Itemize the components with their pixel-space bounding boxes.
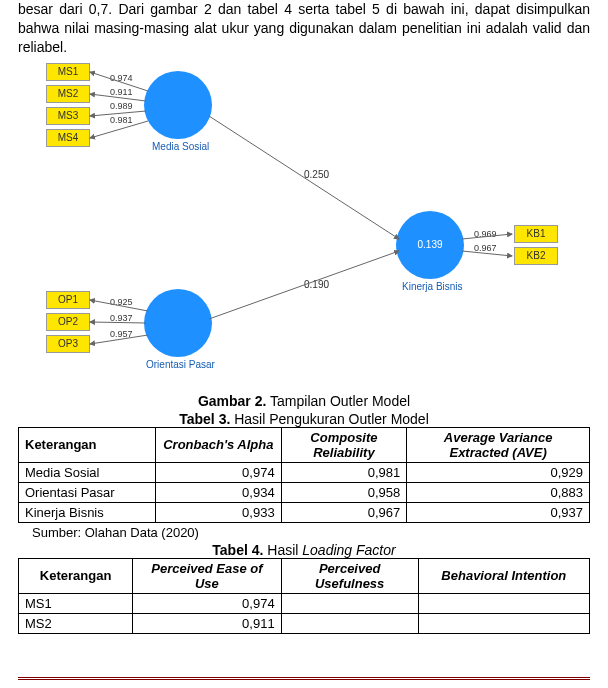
t4-h3: Behavioral Intention [418,558,589,593]
path-ms-kb: 0.250 [304,169,329,180]
caption-tabel3-bold: Tabel 3. [179,411,230,427]
label-orientasi-pasar: Orientasi Pasar [146,359,215,370]
loading-ms2: 0.911 [110,87,133,97]
t3-r2c0: Kinerja Bisnis [19,502,156,522]
t3-r0c1: 0,974 [156,462,282,482]
t4-r0c3 [418,593,589,613]
table-row: Orientasi Pasar 0,934 0,958 0,883 [19,482,590,502]
latent-orientasi-pasar [144,289,212,357]
loading-op1: 0.925 [110,297,133,307]
t3-r2c2: 0,967 [281,502,407,522]
outer-model-diagram: MS1 MS2 MS3 MS4 0.974 0.911 0.989 0.981 … [44,61,564,391]
t4-r0c0: MS1 [19,593,133,613]
t3-r1c3: 0,883 [407,482,590,502]
caption-gambar2-text: Tampilan Outler Model [270,393,410,409]
t3-h0: Keterangan [19,427,156,462]
latent-media-sosial [144,71,212,139]
caption-gambar2: Gambar 2. Tampilan Outler Model [18,393,590,409]
source-text: Sumber: Olahan Data (2020) [18,525,590,540]
loading-op2: 0.937 [110,313,133,323]
t4-h2: Perceived Usefulness [281,558,418,593]
t4-r1c0: MS2 [19,613,133,633]
caption-tabel3: Tabel 3. Hasil Pengukuran Outler Model [18,411,590,427]
t4-h1-i: Perceived Ease of Use [151,561,262,591]
t3-h1-i: Cronbach's Alpha [163,437,273,452]
t3-h1: Cronbach's Alpha [156,427,282,462]
t3-r2c3: 0,937 [407,502,590,522]
table-row: MS1 0,974 [19,593,590,613]
caption-tabel4-text: Hasil Loading Factor [267,542,395,558]
t3-r0c0: Media Sosial [19,462,156,482]
indicator-op1: OP1 [46,291,90,309]
path-op-kb: 0.190 [304,279,329,290]
table-row: MS2 0,911 [19,613,590,633]
t3-h2-i: Composite Reliability [310,430,377,460]
table4: Keterangan Perceived Ease of Use Perceiv… [18,558,590,634]
table-row: Keterangan Cronbach's Alpha Composite Re… [19,427,590,462]
latent-kinerja-bisnis: 0.139 [396,211,464,279]
t3-r1c1: 0,934 [156,482,282,502]
t4-r0c1: 0,974 [133,593,281,613]
footer-rule [18,677,590,680]
caption-tabel4-bold: Tabel 4. [212,542,263,558]
indicator-ms4: MS4 [46,129,90,147]
indicator-kb1: KB1 [514,225,558,243]
loading-kb2: 0.967 [474,243,497,253]
t3-r0c2: 0,981 [281,462,407,482]
caption-tabel3-text: Hasil Pengukuran Outler Model [234,411,429,427]
t3-r2c1: 0,933 [156,502,282,522]
t4-h0: Keterangan [19,558,133,593]
t3-r0c3: 0,929 [407,462,590,482]
label-media-sosial: Media Sosial [152,141,209,152]
t4-h1: Perceived Ease of Use [133,558,281,593]
table-row: Keterangan Perceived Ease of Use Perceiv… [19,558,590,593]
intro-text: besar dari 0,7. Dari gambar 2 dan tabel … [18,0,590,57]
loading-kb1: 0.969 [474,229,497,239]
indicator-ms1: MS1 [46,63,90,81]
table3: Keterangan Cronbach's Alpha Composite Re… [18,427,590,523]
t3-h2: Composite Reliability [281,427,407,462]
caption-gambar2-bold: Gambar 2. [198,393,266,409]
t3-h3: Average Variance Extracted (AVE) [407,427,590,462]
indicator-ms2: MS2 [46,85,90,103]
label-kinerja-bisnis: Kinerja Bisnis [402,281,463,292]
table-row: Media Sosial 0,974 0,981 0,929 [19,462,590,482]
t4-r1c1: 0,911 [133,613,281,633]
t4-r1c2 [281,613,418,633]
loading-ms3: 0.989 [110,101,133,111]
loading-ms1: 0.974 [110,73,133,83]
table-row: Kinerja Bisnis 0,933 0,967 0,937 [19,502,590,522]
loading-op3: 0.957 [110,329,133,339]
t4-r1c3 [418,613,589,633]
indicator-op3: OP3 [46,335,90,353]
t4-h2-i: Perceived Usefulness [315,561,384,591]
indicator-kb2: KB2 [514,247,558,265]
t4-r0c2 [281,593,418,613]
indicator-op2: OP2 [46,313,90,331]
t3-r1c0: Orientasi Pasar [19,482,156,502]
t3-h3-i: Average Variance Extracted (AVE) [444,430,553,460]
t4-h3-i: Behavioral Intention [441,568,566,583]
loading-ms4: 0.981 [110,115,133,125]
indicator-ms3: MS3 [46,107,90,125]
caption-tabel4: Tabel 4. Hasil Loading Factor [18,542,590,558]
t3-r1c2: 0,958 [281,482,407,502]
